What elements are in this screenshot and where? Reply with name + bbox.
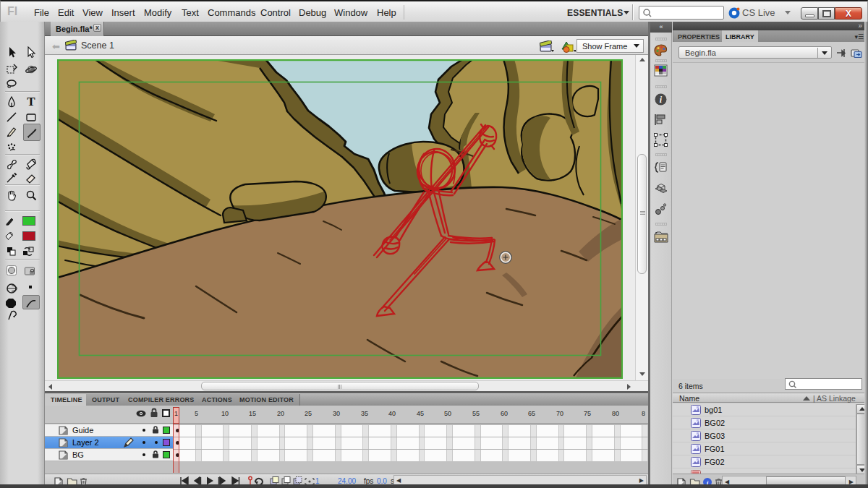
svg-text:T: T bbox=[27, 95, 35, 107]
